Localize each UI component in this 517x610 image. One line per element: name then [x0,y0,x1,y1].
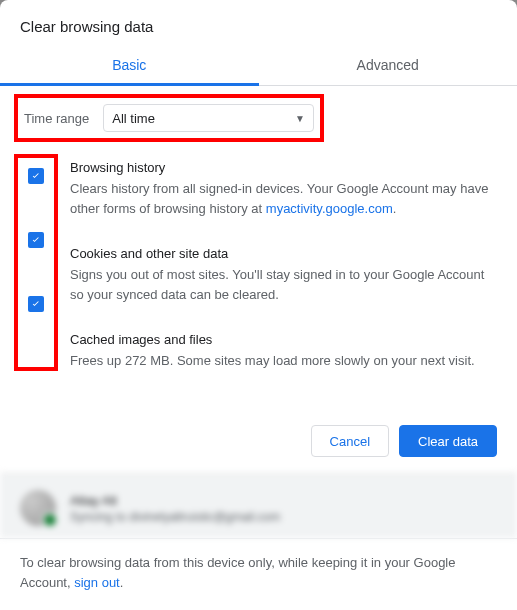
chevron-down-icon: ▼ [295,113,305,124]
check-icon [30,170,42,182]
time-range-label: Time range [24,111,89,126]
checkbox-cookies[interactable] [28,232,44,248]
option-browsing-history: Browsing history Clears history from all… [70,160,497,218]
account-box: Altay Alt Syncing to divinelyaltruistic@… [0,473,517,538]
option-cache: Cached images and files Frees up 272 MB.… [70,332,497,371]
option-title: Cookies and other site data [70,246,497,261]
clear-browsing-data-dialog: Clear browsing data Basic Advanced Time … [0,0,517,610]
check-icon [30,298,42,310]
time-range-row: Time range All time ▼ [14,94,324,142]
option-desc: Signs you out of most sites. You'll stay… [70,265,497,304]
tabs: Basic Advanced [0,45,517,86]
option-title: Browsing history [70,160,497,175]
account-name: Altay Alt [70,493,280,508]
account-sync: Syncing to divinelyaltruistic@gmail.com [70,510,280,524]
sign-out-link[interactable]: sign out [74,575,120,590]
tab-basic[interactable]: Basic [0,45,259,85]
account-text: Altay Alt Syncing to divinelyaltruistic@… [70,493,280,524]
dialog-title: Clear browsing data [0,0,517,45]
cancel-button[interactable]: Cancel [311,425,389,457]
footer-note: To clear browsing data from this device … [0,538,517,610]
option-desc: Clears history from all signed-in device… [70,179,497,218]
content-area: Time range All time ▼ Browsing [0,86,517,409]
dialog-actions: Cancel Clear data [0,409,517,473]
avatar [20,490,56,526]
clear-data-button[interactable]: Clear data [399,425,497,457]
myactivity-link[interactable]: myactivity.google.com [266,201,393,216]
checkbox-cache[interactable] [28,296,44,312]
check-icon [30,234,42,246]
checkbox-browsing-history[interactable] [28,168,44,184]
time-range-select[interactable]: All time ▼ [103,104,314,132]
option-desc: Frees up 272 MB. Some sites may load mor… [70,351,497,371]
options-list: Browsing history Clears history from all… [20,154,497,371]
option-cookies: Cookies and other site data Signs you ou… [70,246,497,304]
option-title: Cached images and files [70,332,497,347]
tab-advanced[interactable]: Advanced [259,45,518,85]
checkbox-highlight [14,154,58,371]
time-range-value: All time [112,111,155,126]
options-text: Browsing history Clears history from all… [58,154,497,371]
